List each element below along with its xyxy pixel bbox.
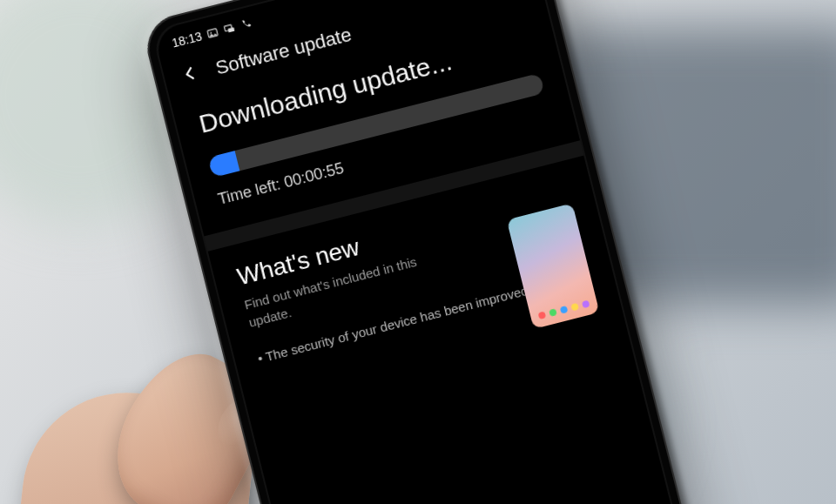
back-button[interactable] xyxy=(180,63,202,87)
svg-rect-3 xyxy=(228,27,235,32)
phone-icon xyxy=(239,17,253,31)
time-left-value: 00:00:55 xyxy=(282,159,346,192)
svg-point-1 xyxy=(210,31,212,33)
download-progress-fill xyxy=(208,151,239,178)
cast-icon xyxy=(222,21,237,36)
chevron-left-icon xyxy=(180,63,201,84)
time-left-label: Time left: xyxy=(216,175,282,207)
whats-new-thumbnail xyxy=(507,203,600,329)
image-icon xyxy=(206,25,220,40)
